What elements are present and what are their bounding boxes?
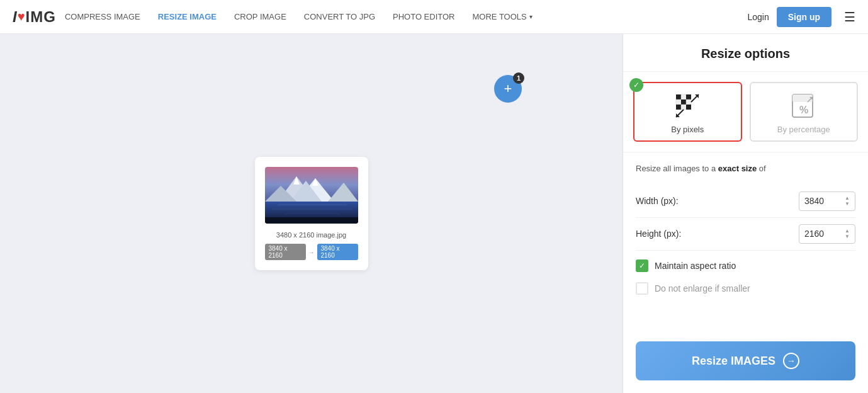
header: I♥IMG COMPRESS IMAGE RESIZE IMAGE CROP I… <box>0 0 868 34</box>
svg-rect-17 <box>686 94 691 100</box>
resize-images-button[interactable]: Resize IMAGES → <box>636 341 855 380</box>
svg-rect-14 <box>681 94 686 100</box>
height-label: Height (px): <box>636 229 799 239</box>
pixels-icon <box>674 92 701 120</box>
maintain-aspect-row: ✓ Maintain aspect ratio <box>636 251 855 277</box>
width-up-arrow[interactable]: ▲ <box>845 196 850 201</box>
do-not-enlarge-label: Do not enlarge if smaller <box>655 283 750 293</box>
height-value: 2160 <box>804 229 824 239</box>
resize-arrow-icon: → <box>783 353 799 369</box>
svg-rect-21 <box>686 105 691 110</box>
height-spinner[interactable]: ▲ ▼ <box>845 229 850 239</box>
image-sizes: 3840 x 2160 → 3840 x 2160 <box>265 244 358 260</box>
svg-rect-19 <box>676 105 681 110</box>
upload-badge: 1 <box>513 72 524 84</box>
left-panel: 1 + <box>0 34 623 393</box>
height-input[interactable]: 2160 ▲ ▼ <box>799 224 855 244</box>
logo[interactable]: I♥IMG <box>13 8 56 26</box>
nav-more[interactable]: MORE TOOLS ▾ <box>464 12 541 21</box>
nav-convert[interactable]: CONVERT TO JPG <box>295 12 384 21</box>
svg-rect-27 <box>792 94 813 102</box>
hamburger-icon[interactable]: ☰ <box>844 9 855 25</box>
width-input[interactable]: 3840 ▲ ▼ <box>799 191 855 211</box>
image-card: 3480 x 2160 image.jpg 3840 x 2160 → 3840… <box>255 157 368 270</box>
svg-rect-16 <box>681 100 686 105</box>
svg-rect-12 <box>265 217 358 224</box>
original-size-badge: 3840 x 2160 <box>265 244 306 260</box>
nav-resize[interactable]: RESIZE IMAGE <box>149 12 225 21</box>
chevron-down-icon: ▾ <box>529 13 533 20</box>
mode-pixels-button[interactable]: ✓ <box>633 82 742 142</box>
width-value: 3840 <box>804 196 824 206</box>
width-label: Width (px): <box>636 196 799 206</box>
maintain-aspect-label: Maintain aspect ratio <box>655 261 736 271</box>
nav-photo[interactable]: PHOTO EDITOR <box>384 12 463 21</box>
do-not-enlarge-row: Do not enlarge if smaller <box>636 277 855 300</box>
svg-text:%: % <box>799 105 808 115</box>
mode-percentage-button[interactable]: % By percentage <box>750 82 859 142</box>
image-thumbnail <box>265 167 358 224</box>
signup-button[interactable]: Sign up <box>777 7 831 27</box>
height-field-row: Height (px): 2160 ▲ ▼ <box>636 218 855 251</box>
maintain-aspect-checkbox[interactable]: ✓ <box>636 259 648 272</box>
width-spinner[interactable]: ▲ ▼ <box>845 196 850 207</box>
right-panel: Resize options ✓ <box>623 34 868 393</box>
header-right: Login Sign up ☰ <box>747 7 855 27</box>
nav-crop[interactable]: CROP IMAGE <box>225 12 295 21</box>
add-image-button[interactable]: 1 + <box>494 75 522 103</box>
height-up-arrow[interactable]: ▲ <box>845 229 850 234</box>
svg-rect-20 <box>681 105 686 110</box>
svg-rect-13 <box>676 94 681 100</box>
mode-percentage-label: By percentage <box>777 125 830 134</box>
selected-check-icon: ✓ <box>629 78 643 92</box>
svg-rect-18 <box>686 100 691 105</box>
resize-description: Resize all images to a exact size of <box>636 162 855 175</box>
arrow-icon: → <box>308 249 315 256</box>
mode-pixels-label: By pixels <box>671 125 704 134</box>
logo-i: I <box>13 8 17 26</box>
image-filename: 3480 x 2160 image.jpg <box>276 231 346 239</box>
main: 1 + <box>0 34 868 393</box>
plus-icon: + <box>504 82 512 96</box>
width-field-row: Width (px): 3840 ▲ ▼ <box>636 185 855 218</box>
percentage-icon: % <box>790 92 818 120</box>
height-down-arrow[interactable]: ▼ <box>845 234 850 239</box>
svg-rect-15 <box>676 100 681 105</box>
nav: COMPRESS IMAGE RESIZE IMAGE CROP IMAGE C… <box>56 12 748 21</box>
nav-compress[interactable]: COMPRESS IMAGE <box>56 12 149 21</box>
resize-btn-label: Resize IMAGES <box>692 355 775 368</box>
mode-selector: ✓ <box>623 72 868 152</box>
panel-title: Resize options <box>623 34 868 72</box>
width-down-arrow[interactable]: ▼ <box>845 202 850 207</box>
result-size-badge: 3840 x 2160 <box>317 244 358 260</box>
logo-heart: ♥ <box>18 9 25 24</box>
options-area: Resize all images to a exact size of Wid… <box>623 152 868 341</box>
do-not-enlarge-checkbox[interactable] <box>636 282 648 295</box>
logo-img: IMG <box>26 8 56 26</box>
login-button[interactable]: Login <box>747 12 769 22</box>
